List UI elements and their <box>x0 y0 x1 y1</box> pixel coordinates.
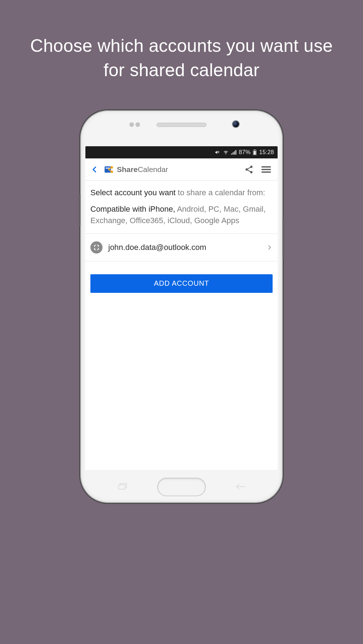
svg-rect-0 <box>231 153 232 154</box>
front-camera-icon <box>233 121 239 127</box>
app-title-light: Calendar <box>138 165 168 173</box>
phone-top-bezel <box>81 111 282 146</box>
menu-button[interactable] <box>259 162 273 177</box>
svg-point-11 <box>250 166 253 168</box>
promo-headline: Choose which accounts you want use for s… <box>0 0 363 82</box>
svg-point-13 <box>250 171 253 173</box>
svg-rect-15 <box>262 169 271 170</box>
battery-icon <box>253 149 257 155</box>
back-button[interactable] <box>88 163 101 176</box>
svg-rect-3 <box>235 150 236 155</box>
phone-bottom-bezel <box>81 470 282 502</box>
add-account-button[interactable]: ADD ACCOUNT <box>90 274 273 293</box>
svg-rect-1 <box>233 152 233 154</box>
wifi-icon <box>223 150 229 155</box>
app-logo-icon <box>104 164 114 174</box>
phone-frame: 87% 15:28 ShareCalendar <box>81 111 282 502</box>
recents-capacitive-button[interactable] <box>105 481 140 492</box>
instruction-line-1: Select account you want to share a calen… <box>90 187 273 198</box>
svg-rect-2 <box>234 151 235 155</box>
clock-label: 15:28 <box>259 149 274 156</box>
app-title: ShareCalendar <box>117 165 168 174</box>
svg-rect-17 <box>119 485 125 489</box>
app-brand: ShareCalendar <box>104 164 168 174</box>
mute-icon <box>214 150 220 155</box>
app-title-bold: Share <box>117 165 138 173</box>
instruction-line-2: Compatible with iPhone, Android, PC, Mac… <box>90 203 273 226</box>
phone-screen: 87% 15:28 ShareCalendar <box>85 146 278 470</box>
signal-icon <box>231 150 237 155</box>
share-button[interactable] <box>242 162 256 177</box>
instruction-1a: Select account you want <box>90 188 178 197</box>
svg-rect-6 <box>254 151 256 155</box>
back-capacitive-button[interactable] <box>223 481 258 492</box>
svg-rect-16 <box>262 171 271 173</box>
proximity-sensor-icon <box>129 122 141 128</box>
battery-percent-label: 87% <box>239 149 251 156</box>
earpiece-speaker-icon <box>156 123 207 127</box>
app-bar: ShareCalendar <box>85 158 278 181</box>
instruction-2a: Compatible with iPhone, <box>90 205 177 213</box>
instruction-block: Select account you want to share a calen… <box>85 181 278 226</box>
chevron-right-icon <box>264 244 275 251</box>
svg-rect-7 <box>105 166 111 173</box>
instruction-1b: to share a calendar from: <box>178 188 265 197</box>
status-bar: 87% 15:28 <box>85 146 278 158</box>
account-row[interactable]: john.doe.data@outlook.com <box>85 233 278 261</box>
account-email-label: john.doe.data@outlook.com <box>108 243 258 252</box>
svg-rect-14 <box>262 166 271 168</box>
exchange-account-icon <box>90 241 103 254</box>
svg-point-12 <box>245 168 248 171</box>
home-button[interactable] <box>157 478 206 496</box>
